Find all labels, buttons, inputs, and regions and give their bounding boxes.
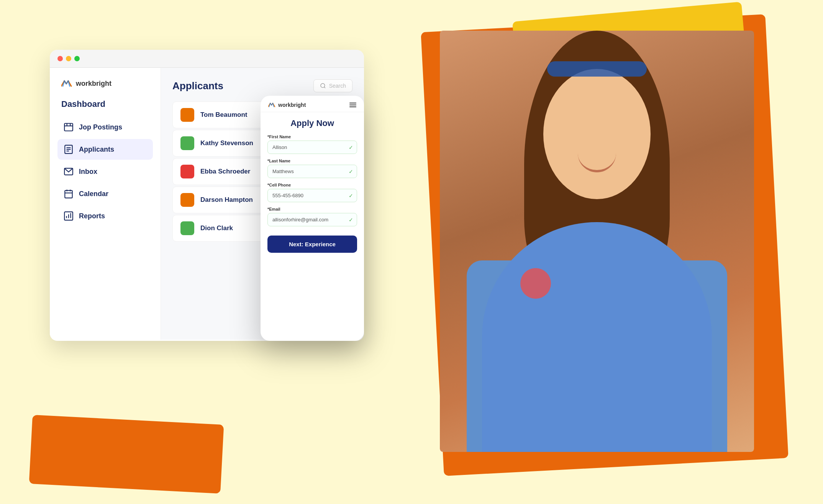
first-name-input-wrapper: ✓ <box>267 141 357 154</box>
cell-phone-check-icon: ✓ <box>349 193 353 199</box>
last-name-check-icon: ✓ <box>349 169 353 175</box>
document-icon <box>64 144 74 154</box>
avatar <box>180 193 194 207</box>
sidebar-item-label-reports: Reports <box>79 212 105 220</box>
sidebar-title: Dashboard <box>57 99 153 109</box>
first-name-label: *First Name <box>267 134 357 139</box>
avatar <box>180 136 194 150</box>
avatar <box>180 108 194 122</box>
mobile-logo-area: workbright <box>268 102 306 108</box>
bg-orange-shape-bottom <box>29 415 224 494</box>
mobile-logo-text: workbright <box>278 102 306 108</box>
hamburger-line-1 <box>349 103 356 103</box>
browser-dot-yellow[interactable] <box>66 56 71 61</box>
svg-rect-6 <box>65 190 72 198</box>
email-input-wrapper: ✓ <box>267 213 357 226</box>
last-name-field: *Last Name ✓ <box>267 159 357 178</box>
svg-line-15 <box>324 87 325 88</box>
browser-dot-red[interactable] <box>57 56 63 61</box>
logo-area: workbright <box>57 79 153 88</box>
first-name-input[interactable] <box>267 141 357 154</box>
svg-point-14 <box>321 83 325 88</box>
sidebar-item-label-inbox: Inbox <box>79 168 97 176</box>
avatar <box>180 165 194 178</box>
sidebar-item-calendar[interactable]: Calendar <box>57 183 153 204</box>
search-placeholder: Search <box>329 83 346 89</box>
sidebar-item-label-applicants: Applicants <box>79 146 114 154</box>
cell-phone-input-wrapper: ✓ <box>267 189 357 202</box>
workbright-logo-text: workbright <box>76 80 111 88</box>
mobile-form-header: workbright <box>261 96 364 112</box>
email-check-icon: ✓ <box>349 217 353 223</box>
cell-phone-input[interactable] <box>267 189 357 202</box>
search-bar[interactable]: Search <box>313 79 352 92</box>
sidebar-item-label-job-postings: Jop Postings <box>79 123 122 131</box>
hero-photo <box>440 31 754 452</box>
browser-dot-green[interactable] <box>74 56 80 61</box>
email-label: *Email <box>267 207 357 211</box>
email-field: *Email ✓ <box>267 207 357 226</box>
mobile-logo-icon <box>268 102 276 108</box>
last-name-label: *Last Name <box>267 159 357 163</box>
mobile-form-body: Apply Now *First Name ✓ *Last Name ✓ *Ce… <box>261 112 364 336</box>
search-icon <box>320 83 326 89</box>
page-title: Applicants <box>172 80 223 92</box>
calendar-icon <box>64 189 74 199</box>
avatar <box>180 221 194 235</box>
sidebar-item-inbox[interactable]: Inbox <box>57 161 153 182</box>
sidebar-item-job-postings[interactable]: Jop Postings <box>57 117 153 137</box>
hamburger-menu-icon[interactable] <box>349 103 356 107</box>
next-button[interactable]: Next: Experience <box>267 236 357 253</box>
mobile-form: workbright Apply Now *First Name ✓ *Last… <box>261 96 364 341</box>
inbox-icon <box>64 122 74 132</box>
sidebar-item-applicants[interactable]: Applicants <box>57 139 153 160</box>
sidebar-nav: Jop Postings Applicants <box>57 117 153 226</box>
first-name-check-icon: ✓ <box>349 144 353 151</box>
hamburger-line-2 <box>349 105 356 105</box>
first-name-field: *First Name ✓ <box>267 134 357 154</box>
cell-phone-field: *Cell Phone ✓ <box>267 183 357 202</box>
last-name-input[interactable] <box>267 165 357 178</box>
form-title: Apply Now <box>267 118 357 128</box>
sidebar: workbright Dashboard Jop Postings <box>50 68 161 340</box>
workbright-logo-icon <box>61 79 73 88</box>
sidebar-item-reports[interactable]: Reports <box>57 206 153 226</box>
svg-rect-0 <box>64 123 73 131</box>
browser-titlebar <box>50 50 364 68</box>
cell-phone-label: *Cell Phone <box>267 183 357 187</box>
chart-icon <box>64 211 74 221</box>
sidebar-item-label-calendar: Calendar <box>79 190 108 198</box>
last-name-input-wrapper: ✓ <box>267 165 357 178</box>
mail-icon <box>64 167 74 177</box>
email-input[interactable] <box>267 213 357 226</box>
hamburger-line-3 <box>349 106 356 107</box>
content-header: Applicants Search <box>172 79 352 92</box>
